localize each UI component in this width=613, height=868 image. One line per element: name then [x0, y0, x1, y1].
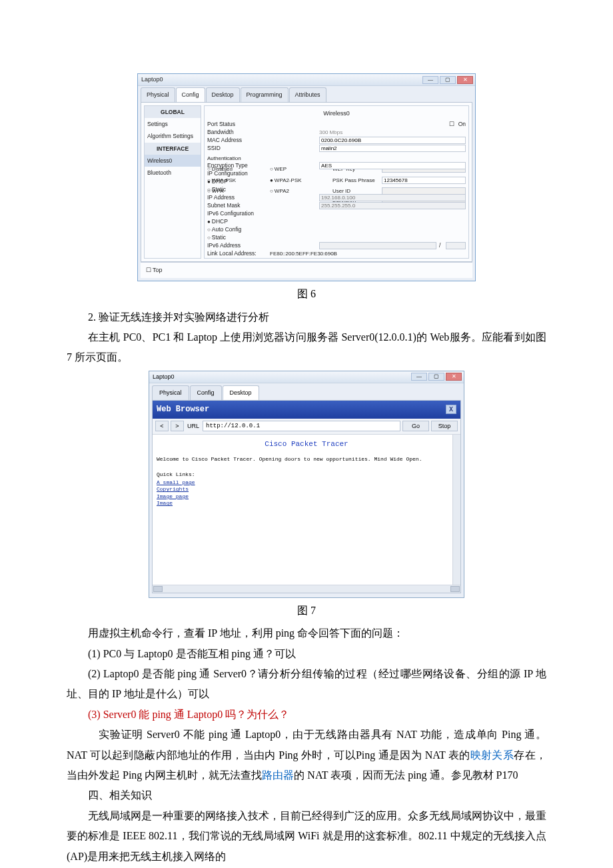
- enc-select[interactable]: AES: [319, 162, 466, 169]
- tab-config[interactable]: Config: [176, 87, 205, 102]
- sidebar-item-bluetooth[interactable]: Bluetooth: [145, 167, 201, 179]
- sidebar-item-wireless0[interactable]: Wireless0: [145, 155, 201, 167]
- minimize-button[interactable]: —: [411, 373, 427, 381]
- url-field[interactable]: http://12.0.0.1: [203, 421, 400, 431]
- top-label: Top: [153, 267, 163, 273]
- browser-nav: < > URL http://12.0.0.1 Go Stop: [153, 419, 460, 435]
- tab-config[interactable]: Config: [190, 385, 222, 400]
- ip6prefix-field: [446, 242, 466, 249]
- window-titlebar: Laptop0 — ▢ ✕: [149, 371, 464, 383]
- paragraph-q2: (2) Laptop0 是否能 ping 通 Server0？请分析分组传输的过…: [67, 664, 546, 705]
- webbrowser-title: Web Browser: [157, 402, 209, 417]
- window-buttons: — ▢ ✕: [422, 76, 473, 84]
- link-image-page[interactable]: Image page: [157, 493, 456, 500]
- go-button[interactable]: Go: [402, 421, 429, 431]
- paragraph-browse: 在主机 PC0、PC1 和 Laptop 上使用浏览器访问服务器 Server0…: [67, 327, 546, 368]
- paragraph-cmdline: 用虚拟主机命令行，查看 IP 地址，利用 ping 命令回答下面的问题：: [67, 623, 546, 643]
- laptop0-config-window: Laptop0 — ▢ ✕ Physical Config Desktop Pr…: [137, 73, 476, 281]
- window-footer: Top: [141, 262, 472, 278]
- mac-field[interactable]: 0200.0C20.690B: [319, 137, 466, 144]
- sidebar-cat-interface: INTERFACE: [145, 143, 201, 155]
- config-body: GLOBAL Settings Algorithm Settings INTER…: [141, 102, 472, 262]
- mask-field: 255.255.255.0: [319, 202, 466, 209]
- tab-row: Physical Config Desktop Programming Attr…: [138, 86, 475, 102]
- paragraph-q1: (1) PC0 与 Laptop0 是否能互相 ping 通？可以: [67, 644, 546, 664]
- figure-6: Laptop0 — ▢ ✕ Physical Config Desktop Pr…: [67, 73, 546, 281]
- link-copyrights[interactable]: Copyrights: [157, 486, 456, 493]
- laptop0-browser-window: Laptop0 — ▢ ✕ Physical Config Desktop We…: [149, 371, 464, 598]
- stop-button[interactable]: Stop: [431, 421, 458, 431]
- tab-desktop[interactable]: Desktop: [223, 385, 259, 400]
- scrollbar-horizontal[interactable]: [153, 585, 460, 593]
- tab-attributes[interactable]: Attributes: [289, 87, 326, 102]
- scroll-right-arrow[interactable]: [450, 586, 460, 592]
- link-small-page[interactable]: A small page: [157, 479, 456, 486]
- window-titlebar: Laptop0 — ▢ ✕: [138, 74, 475, 86]
- ssid-label: SSID: [207, 143, 267, 153]
- linklocal-value: FE80::200:5EFF:FE30:690B: [270, 249, 337, 259]
- close-button[interactable]: ✕: [446, 373, 462, 381]
- welcome-text: Welcome to Cisco Packet Tracer. Opening …: [157, 454, 456, 464]
- page-title: Cisco Packet Tracer: [157, 437, 456, 451]
- figure-7-caption: 图 7: [67, 601, 546, 621]
- nav-forward-button[interactable]: >: [171, 421, 184, 431]
- link-mapping[interactable]: 映射关系: [470, 749, 514, 761]
- figure-6-caption: 图 6: [67, 284, 546, 304]
- panel-title: Wireless0: [323, 108, 350, 119]
- browser-panel: Web Browser X < > URL http://12.0.0.1 Go…: [152, 400, 461, 593]
- paragraph-answer3: 实验证明 Server0 不能 ping 通 Laptop0，由于无线路由器具有…: [67, 725, 546, 785]
- paragraph-step-2: 2. 验证无线连接并对实验网络进行分析: [67, 307, 546, 327]
- config-main-panel: Wireless0 Port Status On Bandwidth 300 M…: [204, 105, 469, 259]
- scrollbar-vertical[interactable]: [452, 435, 460, 585]
- browser-content: Cisco Packet Tracer Welcome to Cisco Pac…: [153, 435, 460, 585]
- quick-links-label: Quick Links:: [157, 469, 456, 479]
- paragraph-section4: 四、相关知识: [67, 785, 546, 805]
- minimize-button[interactable]: —: [422, 76, 438, 84]
- link-image[interactable]: Image: [157, 500, 456, 507]
- figure-7: Laptop0 — ▢ ✕ Physical Config Desktop We…: [67, 371, 546, 598]
- tab-desktop[interactable]: Desktop: [206, 87, 240, 102]
- window-title: Laptop0: [141, 74, 163, 85]
- webbrowser-close[interactable]: X: [446, 405, 456, 414]
- window-title: Laptop0: [153, 371, 175, 383]
- tab-physical[interactable]: Physical: [152, 385, 189, 400]
- answer3-part-c: 的 NAT 表项，因而无法 ping 通。参见教材 P170: [294, 769, 518, 781]
- linklocal-label: Link Local Address:: [207, 248, 267, 259]
- nav-back-button[interactable]: <: [155, 421, 169, 431]
- url-label: URL: [187, 421, 199, 432]
- scroll-thumb[interactable]: [153, 586, 163, 592]
- maximize-button[interactable]: ▢: [440, 76, 456, 84]
- top-checkbox[interactable]: [146, 267, 153, 273]
- webbrowser-header: Web Browser X: [153, 401, 460, 419]
- sidebar-item-algo[interactable]: Algorithm Settings: [145, 130, 201, 142]
- link-router[interactable]: 路由器: [262, 769, 294, 781]
- ssid-field[interactable]: malin2: [319, 145, 466, 152]
- tab-programming[interactable]: Programming: [241, 87, 289, 102]
- tab-physical[interactable]: Physical: [141, 87, 175, 102]
- paragraph-q3: (3) Server0 能 ping 通 Laptop0 吗？为什么？: [67, 705, 546, 725]
- sidebar-item-settings[interactable]: Settings: [145, 118, 201, 130]
- sidebar-cat-global: GLOBAL: [145, 106, 201, 118]
- maximize-button[interactable]: ▢: [428, 373, 444, 381]
- tab-row: Physical Config Desktop: [149, 383, 464, 400]
- close-button[interactable]: ✕: [457, 76, 473, 84]
- window-buttons: — ▢ ✕: [411, 373, 462, 381]
- paragraph-wlan: 无线局域网是一种重要的网络接入技术，目前已经得到广泛的应用。众多无线局域网协议中…: [67, 806, 546, 867]
- config-sidebar: GLOBAL Settings Algorithm Settings INTER…: [144, 105, 201, 259]
- document-page: Laptop0 — ▢ ✕ Physical Config Desktop Pr…: [0, 0, 613, 868]
